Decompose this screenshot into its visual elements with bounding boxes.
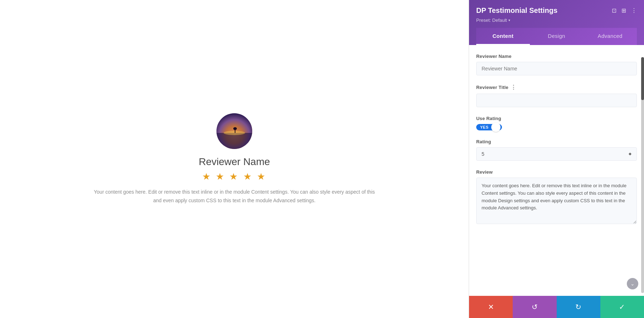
panel-content: Reviewer Name Reviewer Title ⋮ Use Ratin… bbox=[469, 45, 644, 296]
use-rating-toggle[interactable]: YES bbox=[476, 124, 502, 130]
preset-selector[interactable]: Preset: Default ▾ bbox=[476, 18, 637, 23]
save-button[interactable]: ✓ bbox=[600, 296, 644, 318]
reviewer-name-preview: Reviewer Name bbox=[91, 156, 377, 168]
panel-header-icons: ⊡ ⊞ ⋮ bbox=[612, 7, 637, 14]
use-rating-label: Use Rating bbox=[476, 116, 637, 121]
reviewer-name-label: Reviewer Name bbox=[476, 54, 637, 59]
reviewer-title-input[interactable] bbox=[476, 94, 637, 107]
preset-label: Preset: Default bbox=[476, 18, 507, 23]
scroll-down-button[interactable]: ⌄ bbox=[627, 278, 638, 289]
stars-preview: ★ ★ ★ ★ ★ bbox=[91, 171, 377, 182]
toggle-yes-label: YES bbox=[480, 125, 489, 129]
panel-tabs: Content Design Advanced bbox=[476, 28, 637, 45]
svg-point-2 bbox=[224, 131, 245, 135]
panel-scrollbar-thumb bbox=[641, 57, 644, 100]
reviewer-title-field: Reviewer Title ⋮ bbox=[476, 84, 637, 107]
avatar bbox=[216, 113, 252, 149]
review-label: Review bbox=[476, 169, 637, 175]
panel-scrollbar[interactable] bbox=[641, 57, 644, 293]
rating-select[interactable]: 5 4 3 2 1 bbox=[476, 147, 637, 161]
cancel-button[interactable]: ✕ bbox=[469, 296, 513, 318]
panel-title: DP Testimonial Settings bbox=[476, 6, 557, 15]
reviewer-name-input[interactable] bbox=[476, 62, 637, 75]
reviewer-title-options-icon[interactable]: ⋮ bbox=[511, 84, 516, 91]
testimonial-preview: Reviewer Name ★ ★ ★ ★ ★ Your content goe… bbox=[91, 113, 377, 205]
panel-header: DP Testimonial Settings ⊡ ⊞ ⋮ Preset: De… bbox=[469, 0, 644, 45]
review-field: Review Your content goes here. Edit or r… bbox=[476, 169, 637, 225]
use-rating-toggle-container: YES bbox=[476, 124, 637, 130]
svg-point-4 bbox=[233, 127, 237, 130]
review-textarea[interactable]: Your content goes here. Edit or remove t… bbox=[476, 178, 637, 224]
panel-header-top: DP Testimonial Settings ⊡ ⊞ ⋮ bbox=[476, 6, 637, 15]
grid-icon[interactable]: ⊞ bbox=[621, 7, 626, 14]
review-text-preview: Your content goes here. Edit or remove t… bbox=[91, 188, 377, 205]
rating-field: Rating 5 4 3 2 1 bbox=[476, 139, 637, 161]
reviewer-name-field: Reviewer Name bbox=[476, 54, 637, 75]
tab-advanced[interactable]: Advanced bbox=[583, 28, 637, 45]
undo-button[interactable]: ↺ bbox=[513, 296, 556, 318]
svg-rect-1 bbox=[216, 133, 252, 149]
rating-label: Rating bbox=[476, 139, 637, 144]
preset-arrow-icon: ▾ bbox=[508, 18, 510, 22]
action-bar: ✕ ↺ ↻ ✓ bbox=[469, 296, 644, 318]
redo-button[interactable]: ↻ bbox=[557, 296, 600, 318]
settings-panel: DP Testimonial Settings ⊡ ⊞ ⋮ Preset: De… bbox=[469, 0, 644, 318]
tab-content[interactable]: Content bbox=[476, 28, 530, 45]
screen-icon[interactable]: ⊡ bbox=[612, 7, 616, 14]
tab-design[interactable]: Design bbox=[530, 28, 584, 45]
use-rating-field: Use Rating YES bbox=[476, 116, 637, 130]
more-icon[interactable]: ⋮ bbox=[631, 7, 637, 14]
reviewer-title-label: Reviewer Title ⋮ bbox=[476, 84, 637, 91]
toggle-knob bbox=[491, 123, 501, 132]
preview-area: Reviewer Name ★ ★ ★ ★ ★ Your content goe… bbox=[0, 0, 469, 318]
